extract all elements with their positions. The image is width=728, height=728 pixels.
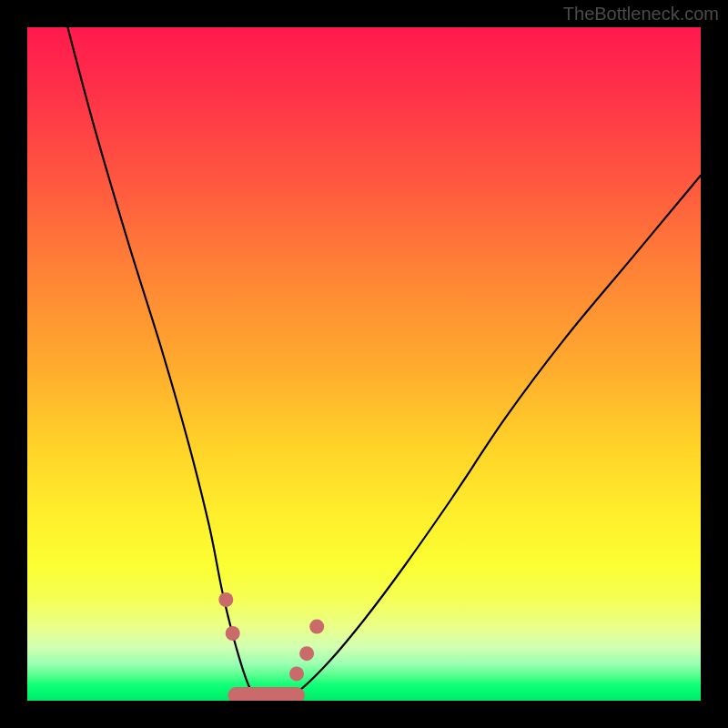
chart-frame: TheBottleneck.com xyxy=(0,0,728,728)
chart-svg xyxy=(27,27,701,701)
curve-dot xyxy=(226,626,240,641)
curve-dot xyxy=(289,666,304,681)
curve-dot xyxy=(309,620,324,634)
watermark-text: TheBottleneck.com xyxy=(563,4,719,25)
curve-dots xyxy=(218,592,324,681)
curve-dot xyxy=(218,592,233,607)
bottleneck-curve xyxy=(67,27,701,701)
curve-dot xyxy=(299,646,314,661)
plot-area xyxy=(27,27,701,701)
